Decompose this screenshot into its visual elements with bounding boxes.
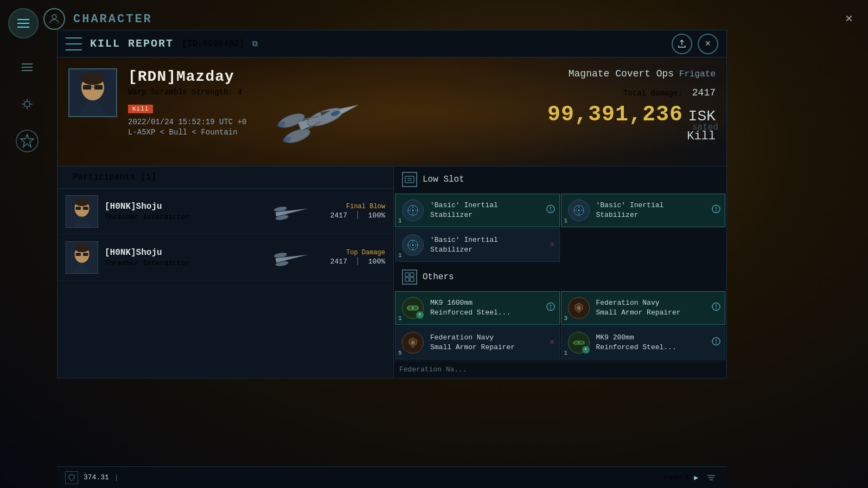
others-section-header: Others — [394, 264, 726, 290]
close-panel-button[interactable]: × — [698, 34, 718, 54]
participants-header: Participants [1] — [58, 166, 393, 189]
svg-rect-81 — [410, 278, 414, 281]
others-slot-icon — [402, 269, 417, 285]
fed-navy-armor-icon-1 — [568, 297, 590, 319]
participant-avatar-1 — [66, 195, 98, 228]
filter-button[interactable] — [704, 470, 719, 485]
svg-rect-85 — [407, 307, 409, 309]
bottom-bar-value: 374.31 — [84, 473, 109, 481]
svg-point-70 — [716, 210, 717, 211]
svg-point-97 — [578, 342, 579, 344]
svg-point-94 — [411, 341, 414, 344]
participant-row[interactable]: [H0NK]Shoju Thrasher Interdictor — [58, 189, 393, 235]
panel-header-left: KILL REPORT [ID:6690482] ⧉ — [66, 37, 258, 50]
pilot-avatar — [68, 68, 117, 117]
others-item-4[interactable]: 1 + MK9 200mmRe — [561, 326, 726, 359]
others-icon-wrap-3 — [401, 331, 425, 355]
svg-line-10 — [29, 100, 31, 102]
avatar-placeholder — [69, 69, 116, 116]
kill-info-section: [RDN]Mazday Warp Scramble Strength: 4 Ki… — [58, 57, 726, 166]
participant-damage-row-1: 2417 | 100% — [320, 210, 385, 220]
svg-line-11 — [23, 106, 25, 108]
item-name-low-1: 'Basic' InertialStabilizer — [430, 201, 498, 220]
svg-point-32 — [74, 198, 89, 206]
svg-point-73 — [412, 244, 414, 246]
svg-point-90 — [577, 306, 580, 310]
survived-icon-1 — [546, 205, 555, 216]
copy-id-icon[interactable]: ⧉ — [252, 40, 258, 48]
participant-ship-2: Thrasher Interdictor — [105, 259, 264, 267]
pilot-stats: Warp Scramble Strength: 4 — [128, 88, 246, 97]
plus-badge-2: + — [582, 346, 590, 354]
sidebar-star-icon[interactable] — [14, 128, 40, 154]
svg-rect-80 — [405, 278, 409, 281]
pagination-chevron[interactable]: ▶ — [694, 473, 698, 482]
sidebar-menu-icon[interactable] — [14, 54, 40, 80]
top-damage-label: Top Damage — [320, 249, 385, 256]
low-slot-header: Low Slot — [394, 166, 726, 192]
item-name-others-1: MK9 1600mmReinforced Steel... — [430, 298, 510, 318]
close-outer-button[interactable]: × — [838, 8, 860, 30]
low-slot-item-3[interactable]: 1 — [395, 228, 560, 262]
kill-info-right: Magnate Covert Ops Frigate Total damage:… — [547, 68, 716, 143]
bottom-bar-left: 374.31 | — [65, 471, 119, 484]
item-name-others-4: MK9 200mmReinforced Steel... — [596, 333, 676, 352]
svg-point-102 — [716, 343, 717, 344]
participant-stats-1: Final Blow 2417 | 100% — [320, 203, 385, 220]
pagination: Page 1 ▶ — [664, 473, 698, 482]
item-name-low-2: 'Basic' InertialStabilizer — [596, 201, 664, 220]
panel-header: KILL REPORT [ID:6690482] ⧉ × — [58, 30, 726, 57]
kill-result: Kill — [547, 130, 716, 143]
svg-rect-18 — [83, 85, 91, 90]
kill-location: L-A5XP < Bull < Fountain — [128, 128, 246, 137]
others-item-3[interactable]: 5 Federation NavySmall Armor Repairer × — [395, 326, 560, 359]
inertial-stabilizer-icon-3 — [402, 234, 424, 256]
svg-rect-42 — [75, 253, 81, 256]
participant-ship-1: Thrasher Interdictor — [105, 213, 264, 221]
kill-info-details: [RDN]Mazday Warp Scramble Strength: 4 Ki… — [128, 68, 246, 155]
others-title: Others — [423, 272, 454, 282]
participants-title: Participants — [73, 172, 135, 182]
item-name-low-3: 'Basic' InertialStabilizer — [430, 235, 498, 255]
svg-rect-98 — [573, 342, 575, 344]
low-slot-item-2[interactable]: 1 — [561, 194, 726, 227]
svg-point-60 — [550, 210, 551, 211]
svg-rect-43 — [83, 253, 88, 256]
svg-rect-2 — [22, 67, 33, 68]
svg-point-25 — [305, 105, 345, 130]
kill-report-panel: KILL REPORT [ID:6690482] ⧉ × — [57, 30, 727, 378]
inertial-stabilizer-icon-1 — [402, 200, 424, 221]
participants-panel: Participants [1] — [58, 166, 394, 378]
item-icon-wrap-1 — [401, 198, 425, 222]
participant-ship-img-2 — [270, 244, 314, 271]
inertial-stabilizer-icon-2 — [568, 200, 590, 221]
participants-bar-decoration — [66, 172, 67, 183]
others-item-2[interactable]: 3 Federation NavySmall Armor Repairer — [561, 291, 726, 325]
survived-icon-others-2 — [712, 303, 720, 314]
participant-row-2[interactable]: [H0NK]Shoju Thrasher Interdictor — [58, 235, 393, 281]
participant-name-1: [H0NK]Shoju — [105, 202, 264, 211]
svg-point-0 — [52, 15, 56, 19]
kill-badge: Kill — [128, 105, 153, 113]
svg-rect-1 — [22, 63, 33, 65]
svg-rect-86 — [417, 307, 419, 309]
hamburger-icon — [17, 19, 29, 28]
svg-point-84 — [412, 307, 414, 309]
hamburger-button[interactable] — [8, 8, 39, 38]
participant-stats-2: Top Damage 2417 | 100% — [320, 249, 385, 266]
low-slot-item-1[interactable]: 1 — [395, 194, 560, 227]
sidebar-crosshair-icon[interactable] — [14, 91, 40, 117]
participant-name-2: [H0NK]Shoju — [105, 248, 264, 258]
survived-icon-2 — [712, 205, 720, 216]
others-item-1[interactable]: 1 + MK9 1600mmR — [395, 291, 560, 325]
svg-rect-19 — [94, 85, 103, 90]
others-icon-wrap-1: + — [401, 296, 425, 320]
svg-point-93 — [716, 308, 717, 309]
export-button[interactable] — [672, 34, 692, 54]
ship-image-area — [244, 63, 406, 166]
ship-class-name: Magnate Covert Ops Frigate — [547, 68, 716, 79]
destroyed-icon-1: × — [550, 240, 555, 250]
others-icon-wrap-2 — [567, 296, 591, 320]
participant-info-1: [H0NK]Shoju Thrasher Interdictor — [105, 202, 264, 221]
panel-hamburger-button[interactable] — [66, 37, 82, 50]
